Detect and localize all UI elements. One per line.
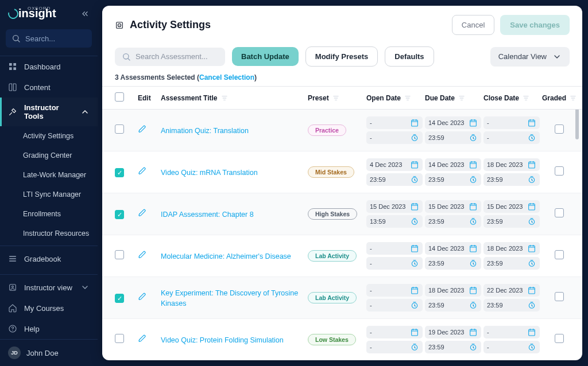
nav-content[interactable]: Content — [0, 77, 98, 98]
due-time[interactable]: 23:59 — [425, 257, 481, 270]
calendar-icon — [469, 328, 478, 337]
col-due-date[interactable]: Due Date — [425, 94, 481, 103]
modify-presets-button[interactable]: Modify Presets — [305, 46, 378, 67]
close-time[interactable]: 23:59 — [483, 257, 540, 270]
open-time[interactable]: - — [366, 131, 423, 144]
collapse-sidebar-icon[interactable] — [80, 9, 90, 18]
nav-instructor-view[interactable]: Instructor view — [0, 277, 98, 298]
col-graded[interactable]: Graded — [542, 94, 577, 103]
due-date[interactable]: 18 Dec 2023 — [425, 284, 481, 297]
open-time[interactable]: 23:59 — [366, 173, 423, 186]
nav-enrollments[interactable]: Enrollments — [0, 204, 98, 224]
cancel-selection-link[interactable]: Cancel Selection — [199, 73, 254, 81]
nav-grading-center[interactable]: Grading Center — [0, 146, 98, 165]
scrollbar[interactable] — [575, 87, 580, 360]
avatar: JD — [8, 346, 21, 359]
close-date[interactable]: 18 Dec 2023 — [483, 158, 540, 171]
due-time[interactable]: 23:59 — [425, 131, 481, 144]
close-date[interactable]: 15 Dec 2023 — [483, 200, 540, 213]
due-date[interactable]: 14 Dec 2023 — [425, 116, 481, 129]
nav-instructor-resources[interactable]: Instructor Resources — [0, 224, 98, 243]
cancel-button[interactable]: Cancel — [452, 15, 494, 35]
close-date[interactable]: - — [483, 326, 540, 338]
edit-icon[interactable] — [138, 124, 147, 134]
open-date[interactable]: 15 Dec 2023 — [366, 200, 423, 213]
nav-late-work-manager[interactable]: Late-Work Manager — [0, 165, 98, 185]
assessment-search[interactable] — [115, 48, 225, 66]
user-row[interactable]: JD John Doe — [0, 339, 98, 366]
nav-my-courses[interactable]: My Courses — [0, 298, 98, 318]
nav-lti-sync-manager[interactable]: LTI Sync Manager — [0, 185, 98, 204]
sidebar-search[interactable] — [6, 29, 92, 48]
open-time[interactable]: 13:59 — [366, 215, 423, 228]
edit-icon[interactable] — [138, 208, 147, 217]
close-date[interactable]: 18 Dec 2023 — [483, 242, 540, 255]
assessment-title-link[interactable]: Video Quiz: mRNA Translation — [161, 169, 258, 177]
graded-checkbox[interactable] — [555, 208, 564, 217]
assessment-title-link[interactable]: Video Quiz: Protein Folding Simulation — [161, 336, 284, 344]
close-cell: 18 Dec 2023 23:59 — [483, 158, 540, 186]
edit-icon[interactable] — [138, 334, 147, 343]
assessment-title-link[interactable]: Key Experiment: The Discovery of Tyrosin… — [161, 289, 298, 307]
row-checkbox[interactable] — [115, 168, 124, 177]
col-preset[interactable]: Preset — [308, 94, 364, 103]
due-time[interactable]: 23:59 — [425, 173, 481, 186]
due-time[interactable]: 23:59 — [425, 215, 481, 228]
close-time[interactable]: 23:59 — [483, 299, 540, 312]
close-time[interactable]: 23:59 — [483, 215, 540, 228]
close-date[interactable]: - — [483, 116, 540, 129]
graded-checkbox[interactable] — [555, 250, 564, 259]
view-switcher[interactable]: Calendar View — [490, 47, 570, 67]
col-open-date[interactable]: Open Date — [366, 94, 423, 103]
graded-checkbox[interactable] — [555, 334, 564, 343]
due-time[interactable]: 23:59 — [425, 341, 481, 353]
nav-activity-settings[interactable]: Activity Settings — [0, 126, 98, 146]
assessment-title-link[interactable]: IDAP Assessment: Chapter 8 — [161, 211, 254, 219]
nav-dashboard[interactable]: Dashboard — [0, 56, 98, 77]
row-checkbox[interactable] — [115, 294, 124, 303]
row-checkbox[interactable] — [115, 210, 124, 219]
open-date[interactable]: - — [366, 326, 423, 338]
nav-gradebook[interactable]: Gradebook — [0, 248, 98, 269]
graded-checkbox[interactable] — [555, 124, 564, 134]
due-cell: 14 Dec 2023 23:59 — [425, 242, 481, 270]
nav-instructor-tools[interactable]: Instructor Tools — [0, 98, 98, 126]
open-time[interactable]: - — [366, 299, 423, 312]
close-time[interactable]: - — [483, 131, 540, 144]
close-time[interactable]: 23:59 — [483, 173, 540, 186]
edit-icon[interactable] — [138, 166, 147, 176]
graded-checkbox[interactable] — [555, 292, 564, 301]
sidebar-search-input[interactable] — [25, 34, 86, 43]
edit-icon[interactable] — [138, 292, 147, 301]
graded-checkbox[interactable] — [555, 166, 564, 176]
assessment-title-link[interactable]: Animation Quiz: Translation — [161, 127, 249, 135]
assessment-search-input[interactable] — [136, 52, 218, 61]
assessment-title-link[interactable]: Molecular Medicine: Alzheimer's Disease — [161, 252, 291, 260]
selection-summary: 3 Assessments Selected (Cancel Selection… — [102, 73, 582, 86]
row-checkbox[interactable] — [115, 250, 124, 259]
row-checkbox[interactable] — [115, 124, 124, 134]
select-all-checkbox[interactable] — [115, 92, 124, 102]
col-close-date[interactable]: Close Date — [483, 94, 540, 103]
open-time[interactable]: - — [366, 257, 423, 270]
due-date[interactable]: 15 Dec 2023 — [425, 200, 481, 213]
dashboard-icon — [8, 62, 17, 71]
open-date[interactable]: - — [366, 116, 423, 129]
col-assessment-title[interactable]: Assessment Title — [161, 94, 305, 103]
row-checkbox[interactable] — [115, 334, 124, 343]
open-date[interactable]: - — [366, 284, 423, 297]
due-date[interactable]: 19 Dec 2023 — [425, 326, 481, 338]
batch-update-button[interactable]: Batch Update — [232, 47, 299, 66]
edit-icon[interactable] — [138, 250, 147, 259]
open-date[interactable]: 4 Dec 2023 — [366, 158, 423, 171]
nav-help[interactable]: Help — [0, 318, 98, 339]
due-time[interactable]: 23:59 — [425, 299, 481, 312]
save-changes-button[interactable]: Save changes — [500, 15, 570, 35]
close-time[interactable]: - — [483, 341, 540, 353]
defaults-button[interactable]: Defaults — [385, 46, 434, 67]
open-date[interactable]: - — [366, 242, 423, 255]
due-date[interactable]: 14 Dec 2023 — [425, 242, 481, 255]
close-date[interactable]: 22 Dec 2023 — [483, 284, 540, 297]
open-time[interactable]: - — [366, 341, 423, 353]
due-date[interactable]: 14 Dec 2023 — [425, 158, 481, 171]
